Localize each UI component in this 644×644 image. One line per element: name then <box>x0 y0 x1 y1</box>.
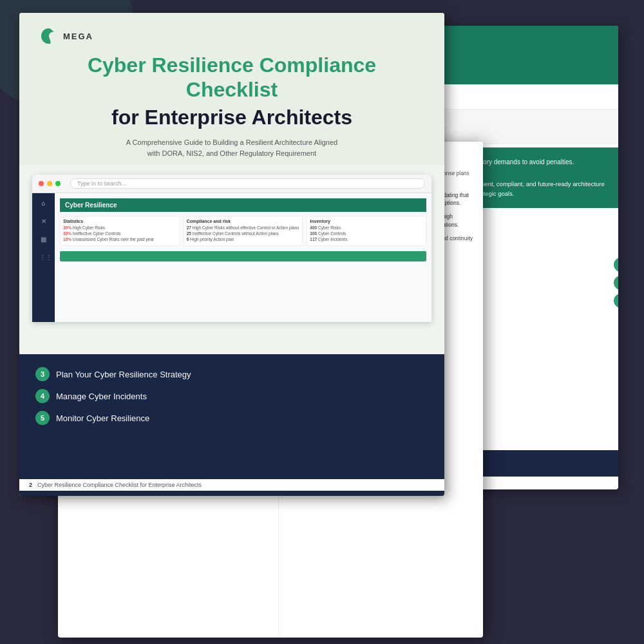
comp-item-2: 25 Ineffective Cyber Controls without Ac… <box>187 231 300 236</box>
num-1: 1 <box>614 258 618 272</box>
mega-logo: MEGA <box>39 26 425 46</box>
num-4: 4 <box>614 276 618 290</box>
checklist-item-3: 3 Plan Your Cyber Resilience Strategy <box>35 367 428 381</box>
inventory-title: Inventory <box>310 219 423 223</box>
front-title-dark: for Enterprise Architects <box>39 105 425 129</box>
browser-sidebar: ⌂ ✕ ▦ ⋮⋮ <box>32 193 55 322</box>
front-subtitle: A Comprehensive Guide to Building a Resi… <box>39 137 425 158</box>
checklist-label-5: Monitor Cyber Resilience <box>56 413 149 423</box>
tools-icon: ✕ <box>39 218 48 227</box>
statistics-box: Statistics 30% High Cyber Risks 39% Inef… <box>60 216 180 246</box>
stat-item-3: 10% Unassessed Cyber Risks over the past… <box>63 237 176 242</box>
mega-logo-icon <box>39 26 59 46</box>
page-number: 2 <box>29 482 32 488</box>
inv-item-3: 117 Cyber Incidents <box>310 237 423 242</box>
front-title-green: Cyber Resilience Compliance <box>39 53 425 77</box>
doc-icon: ▦ <box>39 236 48 245</box>
browser-dot-green <box>55 181 61 186</box>
checklist-label-3: Plan Your Cyber Resilience Strategy <box>56 370 191 379</box>
stats-row: Statistics 30% High Cyber Risks 39% Inef… <box>60 216 426 246</box>
browser-main-content: Cyber Resilience Statistics 30% High Cyb… <box>55 193 431 322</box>
cyber-resilience-title: Cyber Resilience <box>60 198 426 212</box>
inventory-box: Inventory 400 Cyber Risks 300 Cyber Cont… <box>307 216 426 246</box>
checklist-num-4: 4 <box>35 389 50 403</box>
front-page-header: MEGA Cyber Resilience Compliance Checkli… <box>19 13 444 165</box>
checklist-item-5: 5 Monitor Cyber Resilience <box>35 411 428 425</box>
browser-bar: Type in to search... <box>32 175 431 193</box>
compliance-box: Compliance and risk 27 High Cyber Risks … <box>184 216 303 246</box>
home-icon: ⌂ <box>39 200 48 209</box>
stat-item-2: 39% Ineffective Cyber Controls <box>63 231 176 236</box>
right-numbers: 1 4 5 <box>614 258 618 308</box>
browser-dot-yellow <box>47 181 52 186</box>
mega-logo-text: MEGA <box>63 32 93 41</box>
inv-item-1: 400 Cyber Risks <box>310 225 423 230</box>
front-title-green2: Checklist <box>39 77 425 102</box>
browser-content: ⌂ ✕ ▦ ⋮⋮ Cyber Resilience Statistics 30%… <box>32 193 431 322</box>
checklist-num-5: 5 <box>35 411 50 425</box>
checklist-item-4: 4 Manage Cyber Incidents <box>35 389 428 403</box>
front-page: MEGA Cyber Resilience Compliance Checkli… <box>19 13 444 496</box>
compliance-title: Compliance and risk <box>187 219 300 223</box>
browser-dot-red <box>39 181 44 186</box>
browser-search-bar: Type in to search... <box>70 178 425 189</box>
footer-text: Cyber Resilience Compliance Checklist fo… <box>37 482 202 488</box>
main-container: MEGA Cyber Resilience Compliance Checkli… <box>0 0 644 644</box>
browser-mockup: Type in to search... ⌂ ✕ ▦ ⋮⋮ Cyber Resi… <box>32 175 431 322</box>
grid-icon: ⋮⋮ <box>39 254 48 263</box>
stats-title: Statistics <box>63 219 176 223</box>
comp-item-3: 6 High priority Action plan <box>187 237 300 242</box>
front-bottom-section: 3 Plan Your Cyber Resilience Strategy 4 … <box>19 354 444 496</box>
stat-item-1: 30% High Cyber Risks <box>63 225 176 230</box>
inv-item-2: 300 Cyber Controls <box>310 231 423 236</box>
comp-item-1: 27 High Cyber Risks without effective Co… <box>187 225 300 230</box>
checklist-label-4: Manage Cyber Incidents <box>56 392 147 401</box>
checklist-num-3: 3 <box>35 367 50 381</box>
page-footer: 2 Cyber Resilience Compliance Checklist … <box>19 479 444 491</box>
num-5: 5 <box>614 294 618 308</box>
